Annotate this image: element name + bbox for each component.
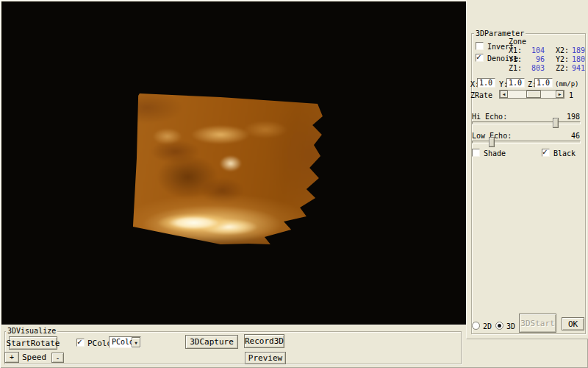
scale-unit-label: (mm/p): [555, 80, 579, 88]
mode-2d-radio[interactable]: [472, 322, 480, 330]
start3d-button[interactable]: 3DStart: [519, 314, 556, 333]
preview-button[interactable]: Preview: [245, 352, 286, 364]
invert-checkbox[interactable]: [476, 42, 484, 50]
shade-label: Shade: [484, 149, 506, 158]
zrate-left-arrow-button[interactable]: ◀: [500, 91, 508, 98]
pcolor-dropdown-button[interactable]: ▼: [132, 337, 140, 347]
mode-2d-label: 2D: [483, 322, 492, 330]
pcolor-dropdown[interactable]: PColor ▼: [109, 336, 141, 348]
speed-minus-button[interactable]: -: [51, 353, 64, 363]
hi-echo-thumb[interactable]: [553, 118, 559, 128]
parameter-group-title: 3DParameter: [474, 29, 526, 38]
zone-y1-value: 96: [526, 55, 545, 63]
zrate-right-arrow-button[interactable]: ▶: [556, 91, 564, 98]
parameter-panel: 3DParameter Invert Denoise Zone X1: 104 …: [466, 0, 588, 339]
zrate-scrollbar-thumb[interactable]: [526, 91, 541, 98]
zrate-scrollbar[interactable]: ◀ ▶: [499, 90, 564, 99]
speed-plus-button[interactable]: +: [4, 352, 19, 363]
zrate-label: ZRate: [470, 91, 492, 99]
ultrasound-render-paint: [126, 84, 331, 253]
zone-x1-label: X1:: [509, 46, 522, 54]
chevron-down-icon: ▼: [135, 340, 137, 345]
low-echo-thumb[interactable]: [489, 137, 495, 147]
black-label: Black: [553, 149, 576, 158]
zone-z1-label: Z1:: [509, 64, 522, 72]
right-arrow-icon: ▶: [559, 92, 562, 96]
low-echo-slider[interactable]: [472, 141, 581, 144]
zone-title: Zone: [509, 38, 526, 46]
visualize-panel: 3DVisualize StartRotate + Speed - PColor…: [1, 325, 466, 366]
zone-z2-value: 941: [566, 64, 585, 72]
hi-echo-slider[interactable]: [472, 121, 581, 124]
hi-echo-value: 198: [561, 113, 580, 121]
scale-z-input[interactable]: [534, 78, 553, 88]
zone-y2-value: 180: [566, 55, 585, 63]
mode-3d-label: 3D: [506, 322, 515, 330]
mode-3d-radio[interactable]: [495, 322, 503, 330]
zrate-value: 1: [569, 91, 573, 99]
record3d-button[interactable]: Record3D: [244, 334, 284, 348]
hi-echo-label: Hi Echo:: [472, 113, 507, 121]
shade-checkbox[interactable]: [472, 149, 480, 157]
visualize-group-title: 3DVisualize: [6, 327, 57, 335]
scale-x-input[interactable]: [477, 78, 495, 88]
denoise-checkbox[interactable]: [476, 54, 484, 62]
left-arrow-icon: ◀: [503, 92, 506, 96]
zone-y1-label: Y1:: [509, 55, 522, 63]
start-rotate-button[interactable]: StartRotate: [9, 336, 57, 350]
pcolor-checkbox[interactable]: [76, 339, 85, 347]
application-window: 3DParameter Invert Denoise Zone X1: 104 …: [0, 0, 588, 368]
low-echo-value: 46: [561, 132, 580, 140]
black-checkbox[interactable]: [542, 149, 550, 157]
ok-button[interactable]: OK: [562, 317, 584, 330]
zone-z1-value: 803: [526, 64, 545, 72]
scale-y-input[interactable]: [506, 78, 525, 88]
ultrasound-3d-render: [131, 88, 326, 249]
zone-x1-value: 104: [526, 46, 545, 54]
render-viewport[interactable]: [1, 1, 466, 325]
speed-label: Speed: [22, 353, 46, 361]
zone-x2-value: 189: [566, 46, 585, 54]
capture3d-button[interactable]: 3DCapture: [185, 335, 238, 349]
